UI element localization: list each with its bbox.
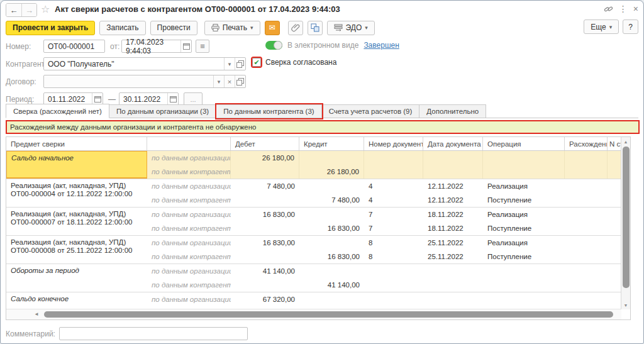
comment-label: Комментарий: [6,330,55,338]
subject-cell: Реализация (акт, накладная, УПД)ОТ00-000… [6,208,147,235]
table-row[interactable]: Обороты за период по данным организации … [6,264,621,292]
nav-history-group: ← → [6,3,37,17]
table-row[interactable]: Реализация (акт, накладная, УПД)ОТ00-000… [6,236,621,264]
tab-org-data[interactable]: По данным организации (3) [109,104,216,118]
table-header: Предмет сверки Дебет Кредит Номер докуме… [6,137,621,151]
counterparty-input[interactable]: ООО "Получатель" ▾ [43,57,246,70]
subject-cell: Обороты за период [6,264,147,292]
horizontal-scroll-thumb[interactable] [44,311,613,318]
table-row[interactable]: Реализация (акт, накладная, УПД)ОТ00-000… [6,208,621,236]
clear-icon[interactable]: × [224,75,235,87]
toolbar: Провести и закрыть Записать Провести Печ… [6,19,638,36]
related-documents-button[interactable] [308,21,323,35]
favorite-star-icon[interactable]: ☆ [41,3,50,15]
table-row[interactable]: Сальдо начальное по данным организации 2… [6,151,621,179]
reconciliation-approved-checkbox[interactable]: ✔ [252,58,261,67]
post-and-close-button[interactable]: Провести и закрыть [6,21,95,35]
approved-label: Сверка согласована [265,58,336,67]
forward-icon: → [25,6,33,15]
vertical-scroll-thumb[interactable] [623,147,630,288]
tab-accounts[interactable]: Счета учета расчетов (9) [322,104,420,118]
back-icon: ← [10,6,18,15]
title-bar: ← → ☆ Акт сверки расчетов с контрагентом… [1,1,643,18]
scroll-left-icon[interactable]: ◄ [34,311,39,317]
write-button[interactable]: Записать [99,21,145,35]
subject-cell: Реализация (акт, накладная, УПД)ОТ00-000… [6,236,147,264]
attach-file-button[interactable] [288,21,303,35]
status-completed-link[interactable]: Завершен [364,41,399,50]
electronic-toggle[interactable] [265,41,282,50]
envelope-icon: ✉ [269,23,275,32]
tab-reconciliation[interactable]: Сверка (расхождений нет) [6,104,109,118]
check-icon: ✔ [253,58,259,67]
send-email-button[interactable]: ✉ [265,21,280,35]
tab-counterparty-data[interactable]: По данным контрагента (3) [216,104,321,118]
contract-label: Договор: [6,77,36,86]
counterparty-label: Контрагент: [6,60,47,69]
no-discrepancies-message: Расхождений между данными организации и … [6,120,640,134]
chevron-down-icon[interactable]: ▾ [224,58,235,70]
subject-cell: Сальдо начальное [6,151,147,179]
chevron-down-icon: ▾ [365,25,368,31]
get-link-icon[interactable] [604,4,613,14]
tab-strip: Сверка (расхождений нет) По данным орган… [6,104,638,118]
document-window: ← → ☆ Акт сверки расчетов с контрагентом… [0,0,644,344]
close-icon[interactable]: × [633,4,638,14]
chevron-down-icon: ▾ [609,24,613,30]
chevron-down-icon: ▾ [250,25,253,31]
period-dash: — [108,95,116,104]
more-button[interactable]: Еще▾ [584,19,619,34]
scroll-up-icon[interactable]: ▲ [621,137,630,146]
print-button[interactable]: Печать▾ [204,21,260,35]
open-icon[interactable] [235,58,245,70]
reconciliation-table: Предмет сверки Дебет Кредит Номер докуме… [6,136,631,320]
related-documents-icon [311,23,319,32]
help-button[interactable]: ? [623,19,638,34]
printer-icon [211,24,219,31]
edo-button[interactable]: ЭДО▾ [327,21,375,35]
electronic-label: В электронном виде [287,41,358,50]
paperclip-icon [291,23,300,32]
table-row[interactable]: Сальдо конечное по данным организации 67… [6,292,621,309]
comment-input[interactable] [59,327,248,340]
vertical-scrollbar[interactable]: ▲ ▼ [621,137,630,309]
back-button[interactable]: ← [6,4,21,16]
date-input[interactable]: 17.04.2023 9:44:03 [121,40,192,53]
forward-button[interactable]: → [21,4,36,16]
subject-cell: Сальдо конечное [6,292,147,309]
list-icon: ≡ [200,42,205,51]
table-body: Сальдо начальное по данным организации 2… [6,151,621,309]
edo-icon [334,24,343,31]
calendar-icon[interactable] [180,40,191,52]
horizontal-scrollbar[interactable]: ◄ [6,309,621,319]
table-row[interactable]: Реализация (акт, накладная, УПД)ОТ00-000… [6,179,621,208]
page-title: Акт сверки расчетов с контрагентом ОТ00-… [55,4,340,14]
from-label: от: [110,42,119,51]
chevron-down-icon[interactable]: ▾ [213,75,224,87]
subject-cell: Реализация (акт, накладная, УПД)ОТ00-000… [6,179,147,207]
contract-input[interactable]: ▾ × [43,75,246,88]
scroll-down-icon[interactable]: ▼ [621,301,630,309]
kebab-menu-icon[interactable]: ⋮ [619,4,628,14]
open-icon[interactable] [235,75,245,87]
period-label: Период: [6,95,34,104]
post-button[interactable]: Провести [150,21,197,35]
tab-additional[interactable]: Дополнительно [419,104,486,118]
number-label: Номер: [6,42,31,51]
history-list-button[interactable]: ≡ [196,40,209,53]
number-input[interactable]: ОТ00-000001 [43,40,105,53]
